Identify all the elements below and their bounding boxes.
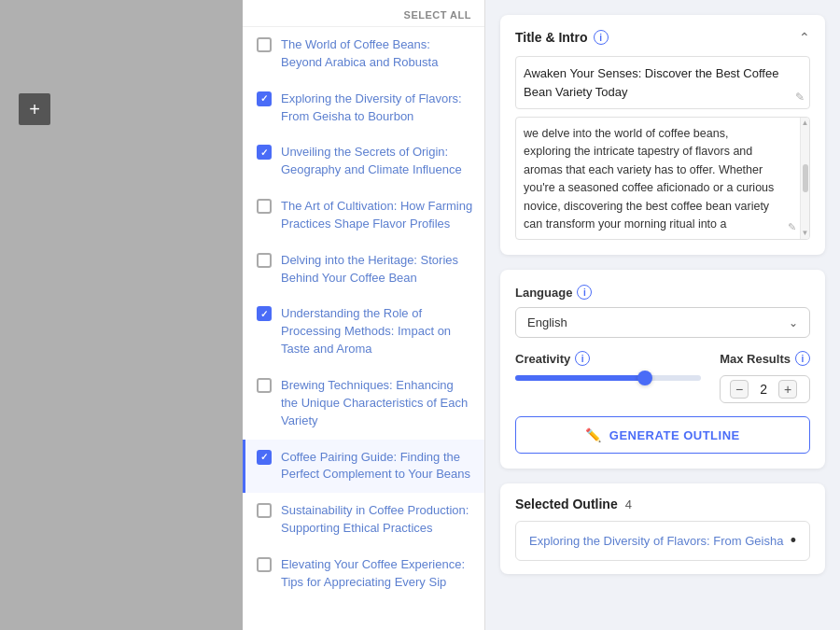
slider-thumb[interactable] — [637, 371, 652, 385]
item-text: The Art of Cultivation: How Farming Prac… — [281, 198, 473, 233]
checkbox-wrap — [257, 253, 272, 268]
list-item[interactable]: Elevating Your Coffee Experience: Tips f… — [243, 547, 484, 601]
list-panel: SELECT ALL The World of Coffee Beans: Be… — [243, 0, 485, 630]
max-results-value: 2 — [756, 382, 771, 397]
list-item[interactable]: Delving into the Heritage: Stories Behin… — [243, 243, 484, 297]
right-panel: Title & Intro i ⌃ Awaken Your Senses: Di… — [485, 0, 840, 630]
list-items: The World of Coffee Beans: Beyond Arabic… — [243, 27, 484, 630]
scroll-down-arrow[interactable]: ▼ — [802, 230, 809, 237]
selected-outline-header: Selected Outline 4 — [515, 497, 810, 511]
checkbox[interactable] — [257, 306, 272, 321]
checkbox-wrap — [257, 199, 272, 214]
body-textarea-wrap: we delve into the world of coffee beans,… — [515, 117, 810, 240]
left-panel: + — [0, 0, 243, 630]
checkbox-wrap — [257, 37, 272, 52]
checkbox[interactable] — [257, 503, 272, 518]
list-item[interactable]: The World of Coffee Beans: Beyond Arabic… — [243, 27, 484, 81]
checkbox[interactable] — [257, 557, 272, 572]
generate-pencil-icon: ✏️ — [585, 427, 602, 442]
select-all-bar[interactable]: SELECT ALL — [243, 0, 484, 27]
checkbox[interactable] — [257, 145, 272, 160]
checkbox[interactable] — [257, 91, 272, 106]
item-text: Understanding the Role of Processing Met… — [281, 305, 473, 358]
checkbox-wrap — [257, 503, 272, 518]
language-label-row: Language i — [515, 285, 810, 300]
selected-outline-count: 4 — [625, 497, 632, 511]
max-results-info-icon[interactable]: i — [795, 351, 810, 366]
item-text: Elevating Your Coffee Experience: Tips f… — [281, 556, 473, 592]
max-results-label: Max Results — [720, 352, 791, 366]
creativity-label: Creativity — [515, 352, 570, 366]
checkbox-wrap — [257, 91, 272, 106]
settings-card: Language i English ⌄ Creativity i Max — [500, 270, 825, 469]
max-results-section: Max Results i − 2 + — [720, 351, 810, 403]
title-text[interactable]: Awaken Your Senses: Discover the Best Co… — [515, 56, 810, 109]
list-item[interactable]: Unveiling the Secrets of Origin: Geograp… — [243, 134, 484, 189]
checkbox-wrap — [257, 145, 272, 160]
list-item[interactable]: Brewing Techniques: Enhancing the Unique… — [243, 368, 484, 440]
scroll-up-arrow[interactable]: ▲ — [802, 119, 809, 127]
item-text: Exploring the Diversity of Flavors: From… — [281, 91, 473, 126]
max-results-stepper: − 2 + — [720, 375, 810, 403]
slider-fill — [515, 375, 645, 381]
title-input-wrap: Awaken Your Senses: Discover the Best Co… — [515, 56, 810, 109]
checkbox[interactable] — [257, 253, 272, 268]
list-item[interactable]: Coffee Pairing Guide: Finding the Perfec… — [243, 440, 484, 494]
language-info-icon[interactable]: i — [577, 285, 592, 300]
checkbox-wrap — [257, 450, 272, 465]
list-item[interactable]: Understanding the Role of Processing Met… — [243, 296, 484, 368]
item-text: Unveiling the Secrets of Origin: Geograp… — [281, 144, 473, 179]
item-text: Delving into the Heritage: Stories Behin… — [281, 252, 473, 287]
creativity-slider[interactable] — [515, 375, 701, 381]
outline-item-preview[interactable]: Exploring the Diversity of Flavors: From… — [515, 521, 810, 561]
title-intro-card: Title & Intro i ⌃ Awaken Your Senses: Di… — [500, 15, 825, 255]
title-intro-label: Title & Intro — [515, 30, 588, 45]
scrollbar-track: ▲ ▼ — [800, 118, 809, 239]
selected-outline-section: Selected Outline 4 Exploring the Diversi… — [500, 483, 825, 574]
item-text: Sustainability in Coffee Production: Sup… — [281, 502, 473, 538]
title-intro-info-icon[interactable]: i — [594, 30, 609, 45]
creativity-maxresults-row: Creativity i Max Results i − 2 + — [515, 351, 810, 403]
language-label: Language — [515, 286, 572, 300]
checkbox[interactable] — [257, 37, 272, 52]
scroll-thumb[interactable] — [803, 164, 808, 192]
language-value: English — [527, 315, 567, 329]
item-text: The World of Coffee Beans: Beyond Arabic… — [281, 36, 473, 72]
creativity-info-icon[interactable]: i — [575, 351, 590, 366]
body-textarea[interactable]: we delve into the world of coffee beans,… — [516, 118, 800, 239]
list-item[interactable]: Sustainability in Coffee Production: Sup… — [243, 493, 484, 547]
creativity-section: Creativity i — [515, 351, 701, 403]
checkbox-wrap — [257, 378, 272, 393]
generate-outline-button[interactable]: ✏️ GENERATE OUTLINE — [515, 416, 810, 454]
item-text: Brewing Techniques: Enhancing the Unique… — [281, 377, 473, 430]
checkbox[interactable] — [257, 199, 272, 214]
chevron-down-icon: ⌄ — [789, 316, 798, 329]
body-edit-icon[interactable]: ✎ — [788, 221, 796, 233]
checkbox[interactable] — [257, 450, 272, 465]
item-text: Coffee Pairing Guide: Finding the Perfec… — [281, 449, 473, 484]
decrement-button[interactable]: − — [730, 380, 749, 399]
increment-button[interactable]: + — [778, 380, 797, 399]
outline-item-text: Exploring the Diversity of Flavors: From… — [529, 534, 783, 548]
outline-item-dot: • — [791, 531, 796, 551]
language-dropdown[interactable]: English ⌄ — [515, 307, 810, 338]
selected-outline-title: Selected Outline — [515, 497, 618, 511]
max-results-label-row: Max Results i — [720, 351, 810, 366]
add-button[interactable]: + — [19, 93, 50, 125]
checkbox-wrap — [257, 557, 272, 572]
checkbox-wrap — [257, 306, 272, 321]
list-item[interactable]: Exploring the Diversity of Flavors: From… — [243, 81, 484, 135]
collapse-icon[interactable]: ⌃ — [799, 30, 810, 45]
list-item[interactable]: The Art of Cultivation: How Farming Prac… — [243, 189, 484, 243]
checkbox[interactable] — [257, 378, 272, 393]
generate-btn-label: GENERATE OUTLINE — [609, 428, 740, 442]
title-edit-icon[interactable]: ✎ — [795, 91, 805, 104]
creativity-label-row: Creativity i — [515, 351, 701, 366]
